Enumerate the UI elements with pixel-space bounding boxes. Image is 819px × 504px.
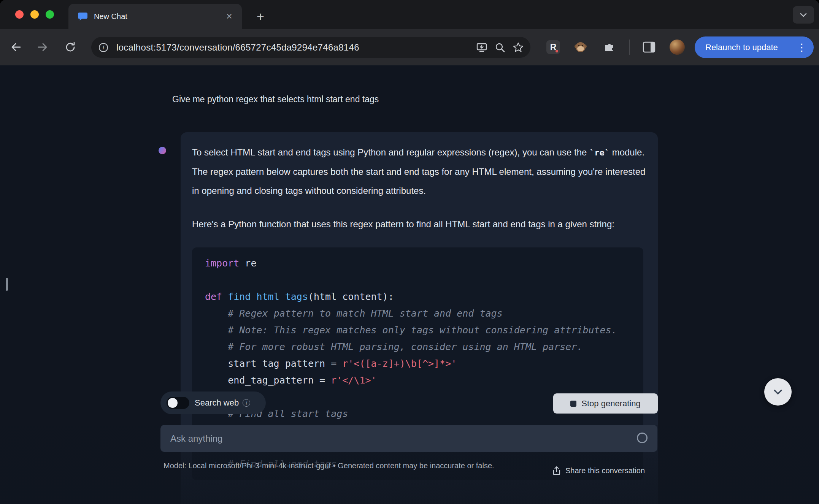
- search-web-toggle[interactable]: [167, 397, 189, 409]
- back-button[interactable]: [8, 39, 24, 55]
- extension-r-button[interactable]: R: [546, 40, 560, 54]
- relaunch-button[interactable]: Relaunch to update ⋮: [695, 36, 814, 58]
- monkey-icon: [574, 40, 587, 54]
- share-icon: [552, 466, 561, 475]
- model-disclaimer: Model: Local microsoft/Phi-3-mini-4k-ins…: [163, 461, 542, 471]
- code-line: start_tag_pattern = r'<([a-z]+)\b[^>]*>': [205, 355, 636, 372]
- assistant-paragraph-2: Here's a Python function that uses this …: [192, 215, 647, 234]
- extension-monkey-button[interactable]: [574, 40, 587, 54]
- code-line: # Regex pattern to match HTML start and …: [205, 305, 636, 322]
- install-app-button[interactable]: [473, 38, 491, 57]
- browser-tab[interactable]: New Chat ×: [68, 4, 242, 29]
- code-line: # For more robust HTML parsing, consider…: [205, 339, 636, 355]
- toggle-knob: [168, 398, 178, 408]
- forward-button[interactable]: [34, 39, 51, 55]
- chevron-down-icon: [799, 10, 808, 19]
- assistant-avatar: [159, 147, 166, 154]
- back-arrow-icon: [10, 41, 22, 54]
- assistant-paragraph-1: To select HTML start and end tags using …: [192, 143, 647, 200]
- search-web-info-icon[interactable]: i: [243, 399, 250, 407]
- code-line: [205, 272, 636, 288]
- search-web-toggle-group: Search web i: [160, 391, 266, 414]
- reload-icon: [64, 41, 77, 54]
- code-line: end_tag_pattern = r'</\1>': [205, 372, 636, 389]
- code-line: # Note: This regex matches only tags wit…: [205, 322, 636, 339]
- inline-code-re: `re`: [589, 148, 609, 157]
- code-line: def find_html_tags(html_content):: [205, 288, 636, 305]
- toolbar-divider: [629, 40, 630, 55]
- side-panel-icon: [643, 41, 656, 53]
- forward-arrow-icon: [36, 41, 49, 54]
- window-zoom-button[interactable]: [46, 10, 54, 19]
- stop-generating-label: Stop generating: [581, 399, 640, 409]
- chat-page: Give me python regex that selects html s…: [0, 65, 819, 504]
- search-web-label: Search web: [195, 398, 239, 408]
- chat-input[interactable]: [160, 425, 657, 452]
- new-tab-button[interactable]: +: [252, 8, 269, 25]
- install-icon: [476, 42, 487, 53]
- side-panel-button[interactable]: [642, 40, 656, 54]
- chevron-down-icon: [772, 386, 784, 398]
- browser-window: New Chat × + i: [0, 0, 819, 504]
- extensions-menu-button[interactable]: [602, 40, 616, 54]
- browser-toolbar: i localhost:5173/conversation/665727c45d…: [0, 29, 819, 65]
- scroll-to-bottom-button[interactable]: [764, 378, 792, 406]
- window-minimize-button[interactable]: [30, 10, 39, 19]
- left-scrollbar-nub[interactable]: [6, 278, 8, 291]
- star-icon: [512, 41, 524, 54]
- tab-close-icon[interactable]: ×: [223, 10, 236, 23]
- stop-square-icon: [570, 401, 576, 407]
- site-info-icon[interactable]: i: [99, 43, 108, 52]
- relaunch-label: Relaunch to update: [705, 43, 778, 52]
- address-bar[interactable]: i localhost:5173/conversation/665727c45d…: [91, 37, 530, 58]
- window-close-button[interactable]: [15, 10, 24, 19]
- loading-spinner-icon: [637, 433, 648, 443]
- tab-favicon-chat-icon: [78, 11, 88, 22]
- tab-strip: New Chat × +: [0, 0, 819, 29]
- puzzle-icon: [603, 41, 615, 53]
- share-conversation-label: Share this conversation: [565, 466, 645, 475]
- zoom-button[interactable]: [491, 38, 509, 57]
- reload-button[interactable]: [62, 39, 79, 55]
- paragraph-text: To select HTML start and end tags using …: [192, 147, 589, 157]
- extension-r-badge: [556, 50, 558, 52]
- user-message: Give me python regex that selects html s…: [172, 94, 379, 105]
- url-text[interactable]: localhost:5173/conversation/665727c45da9…: [116, 42, 473, 53]
- share-conversation-button[interactable]: Share this conversation: [552, 465, 645, 476]
- browser-menu-kebab-icon[interactable]: ⋮: [794, 36, 809, 58]
- stop-generating-button[interactable]: Stop generating: [553, 393, 658, 414]
- magnifier-icon: [494, 42, 506, 53]
- code-line: import re: [205, 255, 636, 272]
- tab-title: New Chat: [94, 12, 223, 21]
- profile-avatar[interactable]: [670, 40, 685, 55]
- bookmark-button[interactable]: [509, 38, 527, 57]
- tab-list-chevron-button[interactable]: [793, 6, 814, 24]
